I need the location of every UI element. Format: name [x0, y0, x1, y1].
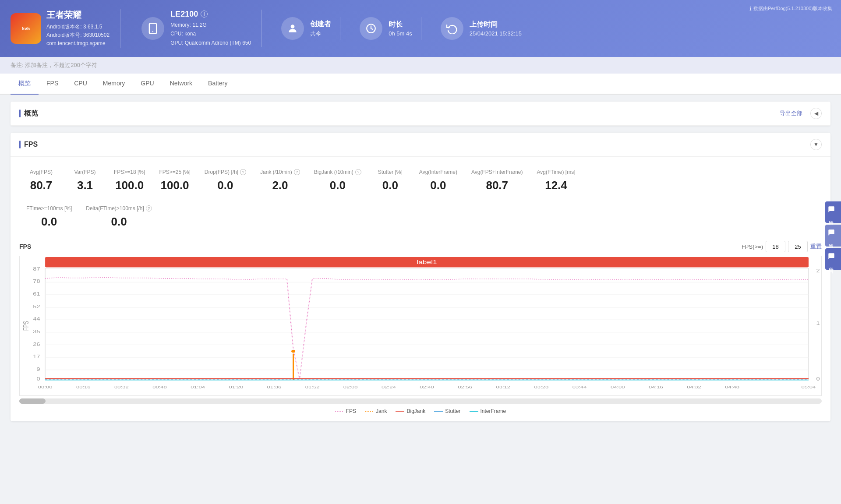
sidebar-btn-3[interactable]: 留言 [825, 248, 841, 270]
sidebar-buttons: 留言 留言 留言 [825, 201, 841, 269]
tab-memory[interactable]: Memory [95, 74, 133, 95]
chart-scrollbar[interactable] [19, 398, 822, 404]
upload-icon [441, 17, 463, 40]
overview-section-header: 概览 导出全部 ◀ [11, 102, 830, 126]
svg-text:44: 44 [33, 316, 40, 322]
stat-fps-gte-18: FPS>=18 [%] 100.0 [107, 166, 152, 196]
svg-text:03:12: 03:12 [496, 385, 510, 389]
cpu-row: CPU: kona [170, 29, 251, 38]
svg-text:label1: label1 [417, 259, 437, 265]
fps-threshold-2-input[interactable] [788, 241, 808, 252]
export-button[interactable]: 导出全部 [780, 109, 802, 117]
header: ℹ 数据由PerfDog(5.1.210300)版本收集 5v5 王者荣耀 An… [0, 0, 841, 57]
main-content: 概览 导出全部 ◀ FPS ▼ Avg(FPS) 80.7 Var(FPS) 3… [0, 95, 841, 435]
svg-text:01:04: 01:04 [191, 385, 205, 389]
stat-bigjank: BigJank (/10min) ? 0.0 [307, 166, 368, 196]
svg-text:05:04: 05:04 [802, 385, 816, 389]
fps-title: FPS [19, 141, 38, 148]
chart-legend: FPS Jank BigJank Stutter InterFrame [19, 408, 822, 414]
svg-text:01:36: 01:36 [267, 385, 282, 389]
fps-stats-row2: FTime>=100ms [%] 0.0 Delta(FTime)>100ms … [11, 200, 830, 236]
stat-avg-ftime: Avg(FTime) [ms] 12.4 [530, 166, 582, 196]
notes-link[interactable]: 添加备注，不超过200个字符 [25, 62, 97, 68]
duration-icon [360, 17, 382, 40]
svg-text:Jank: Jank [821, 321, 821, 331]
chart-title: FPS [19, 243, 31, 250]
svg-point-2 [291, 25, 295, 28]
svg-text:02:56: 02:56 [458, 385, 472, 389]
device-info: LE2100 i Memory: 11.2G CPU: kona GPU: Qu… [131, 10, 262, 47]
creator-stat: 创建者 共伞 [272, 17, 340, 40]
svg-point-52 [291, 350, 295, 352]
device-meta: Memory: 11.2G CPU: kona GPU: Qualcomm Ad… [170, 21, 251, 47]
sidebar-btn-1[interactable]: 留言 [825, 201, 841, 223]
overview-title: 概览 [19, 109, 38, 118]
device-info-icon[interactable]: i [201, 11, 208, 18]
legend-stutter: Stutter [434, 408, 460, 414]
tab-overview[interactable]: 概览 [11, 74, 39, 95]
svg-text:0: 0 [816, 376, 820, 382]
fps-chart: label1 87 78 61 [19, 256, 822, 396]
svg-rect-6 [45, 268, 809, 380]
fps-chart-svg: label1 87 78 61 [20, 256, 821, 395]
stat-jank: Jank (/10min) ? 2.0 [253, 166, 307, 196]
overview-collapse-btn[interactable]: ◀ [810, 108, 822, 119]
reset-button[interactable]: 重置 [810, 243, 822, 250]
drop-fps-help-icon[interactable]: ? [240, 169, 246, 175]
app-icon-badge: 5v5 [22, 26, 30, 31]
svg-text:0: 0 [36, 376, 40, 382]
fps-section-header: FPS ▼ [11, 133, 830, 157]
creator-text: 创建者 共伞 [310, 20, 331, 38]
svg-text:17: 17 [33, 354, 40, 359]
svg-text:03:44: 03:44 [572, 385, 587, 389]
tab-battery[interactable]: Battery [200, 74, 235, 95]
app-name: 王者荣耀 [46, 9, 110, 21]
svg-text:00:32: 00:32 [114, 385, 129, 389]
fps-collapse-btn[interactable]: ▼ [810, 139, 822, 150]
delta-ftime-help-icon[interactable]: ? [146, 205, 152, 211]
app-info: 5v5 王者荣耀 Android版本名: 3.63.1.5 Android版本号… [11, 9, 120, 48]
sidebar-btn-2[interactable]: 留言 [825, 225, 841, 246]
bigjank-help-icon[interactable]: ? [355, 169, 361, 175]
fps-stats-row1: Avg(FPS) 80.7 Var(FPS) 3.1 FPS>=18 [%] 1… [11, 157, 830, 200]
app-meta: Android版本名: 3.63.1.5 Android版本号: 3630105… [46, 23, 110, 48]
svg-text:9: 9 [36, 367, 40, 372]
app-text: 王者荣耀 Android版本名: 3.63.1.5 Android版本号: 36… [46, 9, 110, 48]
svg-text:04:16: 04:16 [649, 385, 663, 389]
memory-row: Memory: 11.2G [170, 21, 251, 29]
svg-text:02:40: 02:40 [420, 385, 434, 389]
svg-text:00:00: 00:00 [38, 385, 53, 389]
fps-section: FPS ▼ Avg(FPS) 80.7 Var(FPS) 3.1 FPS>=18… [11, 133, 830, 421]
stat-var-fps: Var(FPS) 3.1 [63, 166, 107, 196]
svg-text:02:08: 02:08 [343, 385, 358, 389]
creator-icon [281, 17, 304, 40]
upload-stat: 上传时间 25/04/2021 15:32:15 [432, 17, 530, 40]
svg-text:35: 35 [33, 329, 40, 335]
stat-avg-fps-interframe: Avg(FPS+InterFrame) 80.7 [464, 166, 530, 196]
legend-jank: Jank [365, 408, 387, 414]
gpu-row: GPU: Qualcomm Adreno (TM) 650 [170, 39, 251, 47]
svg-text:01:20: 01:20 [229, 385, 243, 389]
svg-text:52: 52 [33, 304, 40, 310]
info-icon: ℹ [749, 6, 752, 12]
stat-stutter: Stutter [%] 0.0 [368, 166, 412, 196]
chart-header: FPS FPS(>=) 重置 [19, 241, 822, 252]
android-build-row: Android版本号: 363010502 [46, 31, 110, 39]
legend-fps: FPS [335, 408, 356, 414]
svg-text:02:24: 02:24 [382, 385, 396, 389]
svg-text:FPS: FPS [22, 321, 30, 331]
legend-bigjank: BigJank [396, 408, 425, 414]
svg-text:87: 87 [33, 266, 40, 272]
svg-text:04:48: 04:48 [725, 385, 739, 389]
tab-network[interactable]: Network [162, 74, 200, 95]
device-icon [141, 17, 164, 40]
svg-text:04:32: 04:32 [687, 385, 701, 389]
svg-text:26: 26 [33, 342, 40, 347]
tab-fps[interactable]: FPS [39, 74, 66, 95]
fps-threshold-1-input[interactable] [766, 241, 785, 252]
jank-help-icon[interactable]: ? [294, 169, 300, 175]
tab-cpu[interactable]: CPU [66, 74, 95, 95]
scrollbar-thumb[interactable] [19, 398, 46, 404]
tab-gpu[interactable]: GPU [133, 74, 162, 95]
data-source-label: ℹ 数据由PerfDog(5.1.210300)版本收集 [749, 5, 832, 12]
